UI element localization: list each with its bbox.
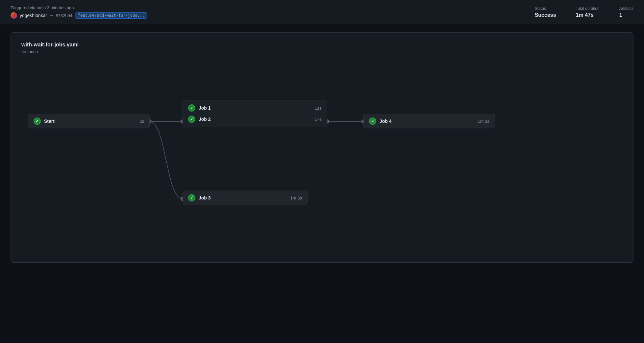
connectors-svg xyxy=(21,67,623,225)
status-value: Success xyxy=(535,12,556,18)
start-job-name: Start xyxy=(44,119,136,124)
artifacts-value: 1 xyxy=(619,12,633,18)
workflow-title: with-wait-for-jobs.yaml xyxy=(21,42,623,48)
job3-name: Job 3 xyxy=(199,195,287,200)
job2-name: Job 2 xyxy=(199,117,311,122)
branch-badge[interactable]: feature/add-wait-for-jobs... xyxy=(75,12,147,19)
username: yogeshlonkar xyxy=(20,13,47,18)
job3-success-icon xyxy=(188,194,195,201)
job4-name: Job 4 xyxy=(380,119,475,124)
artifacts-group: Artifacts 1 xyxy=(619,6,633,18)
start-success-icon xyxy=(34,118,41,125)
job2-duration: 17s xyxy=(315,117,322,122)
job1-name: Job 1 xyxy=(199,105,311,111)
diagram-area: Start 2s Job 1 11s Job 2 17s Job xyxy=(21,67,623,225)
job2-row[interactable]: Job 2 17s xyxy=(188,116,322,123)
job3-node[interactable]: Job 3 1m 3s xyxy=(183,191,308,205)
stats-area: Status Success Total duration 1m 47s Art… xyxy=(535,6,633,18)
job4-node[interactable]: Job 4 1m 3s xyxy=(363,114,495,128)
avatar xyxy=(11,12,17,19)
job1-row[interactable]: Job 1 11s xyxy=(188,104,322,112)
workflow-card: with-wait-for-jobs.yaml on: push xyxy=(11,32,633,263)
job4-success-icon xyxy=(369,118,376,125)
workflow-trigger: on: push xyxy=(21,49,623,54)
job-group-1-2: Job 1 11s Job 2 17s xyxy=(183,100,327,127)
job3-duration: 1m 3s xyxy=(290,196,302,200)
duration-group: Total duration 1m 47s xyxy=(576,6,600,18)
push-icon: ⊸ xyxy=(50,13,53,18)
main-content: with-wait-for-jobs.yaml on: push xyxy=(0,24,644,271)
artifacts-label: Artifacts xyxy=(619,6,633,11)
trigger-info: Triggered via push 3 minutes ago yogeshl… xyxy=(11,5,535,19)
push-info: yogeshlonkar ⊸ 8782b94 feature/add-wait-… xyxy=(11,12,535,19)
commit-hash: 8782b94 xyxy=(56,13,72,18)
job1-success-icon xyxy=(188,104,195,112)
duration-value: 1m 47s xyxy=(576,12,600,18)
duration-label: Total duration xyxy=(576,6,600,11)
start-node[interactable]: Start 2s xyxy=(28,114,150,128)
top-bar: Triggered via push 3 minutes ago yogeshl… xyxy=(0,0,644,24)
job2-success-icon xyxy=(188,116,195,123)
status-label: Status xyxy=(535,6,556,11)
job1-duration: 11s xyxy=(315,106,322,111)
triggered-text: Triggered via push 3 minutes ago xyxy=(11,5,535,10)
job4-duration: 1m 3s xyxy=(478,119,489,124)
start-job-duration: 2s xyxy=(139,119,144,124)
status-group: Status Success xyxy=(535,6,556,18)
